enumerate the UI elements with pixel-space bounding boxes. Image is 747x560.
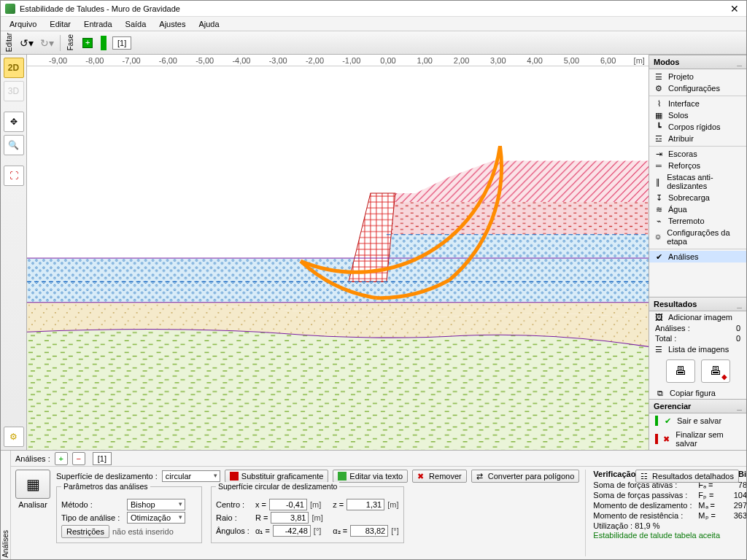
menu-saida[interactable]: Saída: [120, 18, 152, 30]
redo-icon[interactable]: ↻▾: [38, 34, 55, 52]
mode-item-sobrecarga[interactable]: ↧Sobrecarga: [649, 192, 746, 203]
menu-arquivo[interactable]: Arquivo: [4, 18, 42, 30]
restrictions-button[interactable]: Restrições: [61, 525, 109, 538]
view-2d-button[interactable]: 2D: [4, 58, 24, 78]
replace-graphically-button[interactable]: Substituir graficamente: [225, 470, 329, 483]
x-icon: ✖: [417, 472, 426, 481]
mode-item-an-lises[interactable]: ✔Análises: [649, 251, 746, 262]
analysis-index-button[interactable]: [1]: [93, 452, 112, 465]
detailed-results-button[interactable]: ☷ Resultados detalhados: [635, 470, 739, 483]
image-list-button[interactable]: ☰ Lista de imagens: [649, 343, 746, 355]
view-rail: 2D 3D ✥ 🔍 ⛶ ⚙: [1, 55, 27, 450]
view-3d-button[interactable]: 3D: [4, 81, 24, 101]
bottom-panel: Análises Análises : + − [1] ▦ Analisar S…: [1, 450, 746, 559]
x-input[interactable]: -0,41: [269, 499, 307, 510]
undo-icon[interactable]: ↺▾: [18, 34, 35, 52]
image-plus-icon: 🖼: [654, 313, 664, 322]
mode-icon: ⛭: [654, 233, 662, 241]
run-label: Analisar: [18, 500, 47, 509]
collapse-icon[interactable]: _: [737, 401, 742, 411]
a2-input[interactable]: 83,82: [350, 525, 388, 537]
menu-ajuda[interactable]: Ajuda: [193, 18, 225, 30]
menu-editar[interactable]: Editar: [44, 18, 77, 30]
mode-label: Reforços: [668, 161, 700, 170]
mode-icon: ⚙: [654, 84, 664, 93]
add-analysis-button[interactable]: +: [55, 452, 68, 465]
remove-button[interactable]: ✖Remover: [412, 470, 467, 483]
analysis-type-combo[interactable]: Otimização: [127, 512, 185, 524]
edit-text-button[interactable]: Editar via texto: [333, 470, 408, 483]
menu-entrada[interactable]: Entrada: [78, 18, 118, 30]
save-exit-button[interactable]: ✔ Sair e salvar: [649, 413, 746, 428]
mode-label: Atribuir: [668, 134, 694, 143]
mode-label: Corpos rígidos: [668, 122, 721, 131]
mode-item-terremoto[interactable]: ⌁Terremoto: [649, 215, 746, 227]
run-analysis-button[interactable]: ▦: [15, 470, 50, 499]
a1-input[interactable]: -42,48: [273, 525, 311, 537]
mode-label: Terremoto: [668, 217, 705, 225]
resultados-header: Resultados_: [649, 297, 746, 311]
gerenciar-header: Gerenciar_: [649, 399, 746, 413]
collapse-icon[interactable]: _: [737, 57, 742, 67]
add-phase-button[interactable]: +: [79, 34, 96, 52]
phase-button[interactable]: [1]: [112, 36, 131, 50]
app-icon: [5, 4, 15, 14]
mode-item-projeto[interactable]: ☰Projeto: [649, 71, 746, 82]
mode-label: Projeto: [668, 72, 694, 81]
fase-label: Fase: [65, 33, 76, 52]
mode-icon: ▦: [654, 111, 664, 120]
print-button[interactable]: 🖶: [666, 359, 695, 383]
close-icon[interactable]: ✕: [727, 3, 742, 15]
mode-icon: ⌇: [654, 99, 664, 108]
pan-icon[interactable]: ✥: [4, 112, 24, 132]
convert-icon: ⇄: [476, 472, 485, 481]
mode-item--gua[interactable]: ≋Água: [649, 203, 746, 215]
print-color-button[interactable]: 🖶◆: [701, 359, 730, 383]
mode-item-interface[interactable]: ⌇Interface: [649, 98, 746, 109]
remove-analysis-button[interactable]: −: [72, 452, 85, 465]
svg-rect-13: [387, 202, 649, 235]
settings-gear-icon[interactable]: ⚙: [4, 427, 24, 447]
cross-icon: ✖: [662, 435, 672, 443]
collapse-icon[interactable]: _: [737, 299, 742, 309]
mode-tree: ☰Projeto⚙Configurações⌇Interface▦Solos┗C…: [649, 69, 746, 264]
copy-figure-button[interactable]: ⧉ Copiar figura: [649, 387, 746, 399]
mode-label: Interface: [668, 99, 700, 108]
add-image-button[interactable]: 🖼 Adicionar imagem: [649, 311, 746, 323]
fit-icon[interactable]: ⛶: [4, 166, 24, 186]
slip-surface-combo[interactable]: circular: [162, 470, 220, 482]
title-bar: Estabilidade de Taludes - Muro de Gravid…: [1, 1, 746, 17]
table-icon: ☷: [640, 472, 649, 481]
mode-label: Solos: [668, 111, 689, 120]
total-count: Total :0: [649, 333, 746, 343]
z-input[interactable]: 1,31: [347, 499, 384, 510]
drawing-canvas[interactable]: [27, 66, 649, 450]
mode-icon: ≋: [654, 205, 664, 214]
mode-item-atribuir[interactable]: ☲Atribuir: [649, 133, 746, 144]
main-toolbar: Editar ↺▾ ↻▾ Fase + [1]: [1, 31, 746, 55]
convert-polygon-button[interactable]: ⇄Converter para polígono: [471, 470, 580, 483]
mode-item-configura-es-da-etapa[interactable]: ⛭Configurações da etapa: [649, 227, 746, 247]
mode-icon: ⇥: [654, 149, 664, 158]
method-combo[interactable]: Bishop: [127, 499, 185, 510]
mode-item-corpos-r-gidos[interactable]: ┗Corpos rígidos: [649, 121, 746, 133]
mode-icon: ☲: [654, 134, 664, 143]
editar-label: Editar: [4, 31, 15, 53]
circle-group: Superfície circular de deslizamento Cent…: [211, 486, 404, 543]
edit-red-icon: [230, 472, 239, 481]
zoom-icon[interactable]: 🔍: [4, 135, 24, 155]
pencil-icon: [338, 472, 347, 481]
r-input[interactable]: 3,81: [271, 512, 309, 524]
menu-ajustes[interactable]: Ajustes: [153, 18, 191, 30]
mode-item-refor-os[interactable]: ═Reforços: [649, 160, 746, 171]
mode-label: Análises: [668, 252, 699, 261]
mode-item-estacas-anti-deslizantes[interactable]: ‖Estacas anti-deslizantes: [649, 171, 746, 192]
mode-item-configura-es[interactable]: ⚙Configurações: [649, 82, 746, 94]
exit-nosave-button[interactable]: ✖ Finalizar sem salvar: [649, 428, 746, 450]
mode-label: Água: [668, 205, 687, 214]
mode-item-escoras[interactable]: ⇥Escoras: [649, 148, 746, 160]
mode-item-solos[interactable]: ▦Solos: [649, 109, 746, 121]
mode-label: Sobrecarga: [668, 193, 710, 202]
analyses-count: Análises :0: [649, 323, 746, 333]
mode-icon: ‖: [654, 177, 662, 186]
